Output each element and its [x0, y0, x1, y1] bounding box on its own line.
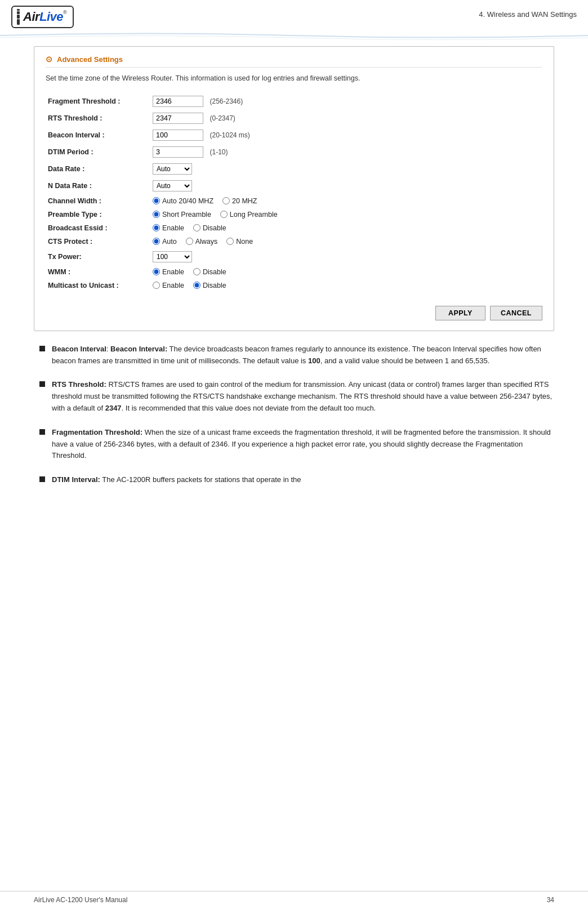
select-tx-power[interactable]: 100 75 50 25	[153, 251, 192, 262]
radio-cts-none[interactable]: None	[226, 238, 253, 246]
radio-label-20mhz: 20 MHZ	[232, 197, 257, 205]
radio-multicast-enable[interactable]: Enable	[153, 282, 184, 289]
logo-air: Air	[23, 10, 39, 24]
page-header: Air Live ® 4. Wireless and WAN Settings	[0, 0, 588, 28]
value-tx-power: 100 75 50 25	[153, 248, 542, 265]
logo-text: Air Live ®	[23, 10, 67, 24]
bullet-icon-beacon	[39, 346, 45, 351]
radio-input-long-preamble[interactable]	[220, 211, 228, 218]
settings-form: Fragment Threshold : (256-2346) RTS Thre…	[46, 93, 542, 292]
bold-beacon-subtitle: Beacon Interval:	[110, 345, 167, 353]
bold-beacon-title: Beacon Interval	[52, 345, 106, 353]
row-tx-power: Tx Power: 100 75 50 25	[46, 248, 542, 265]
radio-input-cts-none[interactable]	[226, 238, 234, 245]
radio-long-preamble[interactable]: Long Preamble	[220, 211, 278, 219]
page-footer: AirLive AC-1200 User's Manual 34	[0, 891, 588, 904]
radio-label-wmm-enable: Enable	[162, 268, 184, 276]
select-n-data-rate[interactable]: Auto MCS0 MCS1	[153, 180, 192, 191]
radio-label-multicast-disable: Disable	[203, 282, 226, 289]
radio-label-cts-none: None	[236, 238, 253, 246]
input-beacon-interval[interactable]	[153, 130, 203, 141]
radio-input-broadcast-disable[interactable]	[193, 224, 201, 231]
bold-beacon-value: 100	[308, 356, 320, 365]
radio-input-auto-2040[interactable]	[153, 197, 160, 204]
radio-input-wmm-enable[interactable]	[153, 268, 160, 275]
radio-cts-auto[interactable]: Auto	[153, 238, 177, 246]
radio-short-preamble[interactable]: Short Preamble	[153, 211, 211, 219]
label-rts-threshold: RTS Threshold :	[46, 110, 153, 127]
radio-wmm-disable[interactable]: Disable	[193, 268, 226, 276]
radio-input-short-preamble[interactable]	[153, 211, 160, 218]
hint-dtim-period: (1-10)	[210, 148, 228, 156]
radio-broadcast-enable[interactable]: Enable	[153, 224, 184, 232]
value-fragment-threshold: (256-2346)	[153, 93, 542, 110]
value-channel-width: Auto 20/40 MHZ 20 MHZ	[153, 194, 542, 208]
label-n-data-rate: N Data Rate :	[46, 177, 153, 194]
radio-label-broadcast-disable: Disable	[203, 224, 226, 232]
label-wmm: WMM :	[46, 265, 153, 279]
radio-group-preamble: Short Preamble Long Preamble	[153, 211, 540, 219]
radio-input-cts-auto[interactable]	[153, 238, 160, 245]
bold-frag-title: Fragmentation Threshold:	[52, 428, 142, 436]
text-rts-threshold: RTS Threshold: RTS/CTS frames are used t…	[52, 379, 554, 414]
signal-icon	[17, 9, 20, 25]
bullet-fragmentation: Fragmentation Threshold: When the size o…	[34, 427, 554, 462]
footer-left: AirLive AC-1200 User's Manual	[34, 896, 127, 904]
bullet-dtim: DTIM Interval: The AC-1200R buffers pack…	[34, 474, 554, 486]
row-multicast-unicast: Multicast to Unicast : Enable Disable	[46, 279, 542, 292]
radio-input-wmm-disable[interactable]	[193, 268, 201, 275]
hint-fragment-threshold: (256-2346)	[210, 97, 243, 105]
radio-wmm-enable[interactable]: Enable	[153, 268, 184, 276]
radio-cts-always[interactable]: Always	[186, 238, 218, 246]
value-broadcast-essid: Enable Disable	[153, 221, 542, 235]
decorative-wave	[0, 30, 588, 41]
row-fragment-threshold: Fragment Threshold : (256-2346)	[46, 93, 542, 110]
radio-input-20mhz[interactable]	[222, 197, 230, 204]
radio-label-wmm-disable: Disable	[203, 268, 226, 276]
radio-group-broadcast-essid: Enable Disable	[153, 224, 540, 232]
logo-area: Air Live ®	[11, 6, 74, 28]
select-data-rate[interactable]: Auto 1 2 5.5 11	[153, 163, 192, 175]
input-rts-threshold[interactable]	[153, 113, 203, 124]
radio-label-short-preamble: Short Preamble	[162, 211, 211, 219]
text-dtim: DTIM Interval: The AC-1200R buffers pack…	[52, 474, 301, 486]
radio-label-multicast-enable: Enable	[162, 282, 184, 289]
radio-group-channel-width: Auto 20/40 MHZ 20 MHZ	[153, 197, 540, 205]
logo-live: Live	[39, 10, 63, 24]
radio-auto-2040[interactable]: Auto 20/40 MHZ	[153, 197, 213, 205]
settings-header: ⊙ Advanced Settings	[46, 55, 542, 68]
bullet-beacon-interval: Beacon Interval: Beacon Interval: The de…	[34, 344, 554, 367]
radio-broadcast-disable[interactable]: Disable	[193, 224, 226, 232]
label-channel-width: Channel Width :	[46, 194, 153, 208]
bullet-icon-dtim	[39, 476, 45, 482]
radio-input-multicast-disable[interactable]	[193, 282, 201, 289]
input-fragment-threshold[interactable]	[153, 96, 203, 107]
apply-button[interactable]: APPLY	[435, 306, 485, 320]
value-n-data-rate: Auto MCS0 MCS1	[153, 177, 542, 194]
row-beacon-interval: Beacon Interval : (20-1024 ms)	[46, 127, 542, 144]
radio-group-multicast: Enable Disable	[153, 282, 540, 289]
gear-icon: ⊙	[46, 55, 52, 64]
input-dtim-period[interactable]	[153, 146, 203, 158]
bullet-icon-rts	[39, 381, 45, 387]
label-preamble-type: Preamble Type :	[46, 208, 153, 221]
bold-rts-value: 2347	[105, 404, 122, 412]
buttons-row: APPLY CANCEL	[46, 300, 542, 320]
row-data-rate: Data Rate : Auto 1 2 5.5 11	[46, 160, 542, 177]
cancel-button[interactable]: CANCEL	[490, 306, 542, 320]
row-n-data-rate: N Data Rate : Auto MCS0 MCS1	[46, 177, 542, 194]
value-cts-protect: Auto Always None	[153, 235, 542, 248]
radio-20mhz[interactable]: 20 MHZ	[222, 197, 257, 205]
value-dtim-period: (1-10)	[153, 144, 542, 160]
radio-input-broadcast-enable[interactable]	[153, 224, 160, 231]
label-cts-protect: CTS Protect :	[46, 235, 153, 248]
settings-title: Advanced Settings	[57, 55, 123, 64]
label-multicast-unicast: Multicast to Unicast :	[46, 279, 153, 292]
radio-input-multicast-enable[interactable]	[153, 282, 160, 289]
radio-input-cts-always[interactable]	[186, 238, 193, 245]
page-title: 4. Wireless and WAN Settings	[479, 6, 577, 19]
row-preamble-type: Preamble Type : Short Preamble Long Prea…	[46, 208, 542, 221]
text-beacon-interval: Beacon Interval: Beacon Interval: The de…	[52, 344, 554, 367]
radio-multicast-disable[interactable]: Disable	[193, 282, 226, 289]
value-preamble-type: Short Preamble Long Preamble	[153, 208, 542, 221]
